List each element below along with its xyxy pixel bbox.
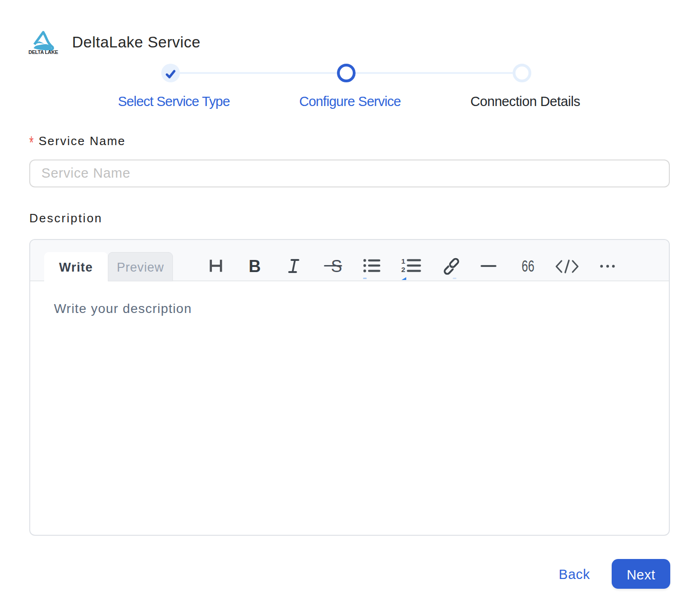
svg-text:1: 1 [401,257,405,265]
svg-text:2: 2 [401,266,405,273]
svg-text:DELTA LAKE: DELTA LAKE [28,49,58,55]
